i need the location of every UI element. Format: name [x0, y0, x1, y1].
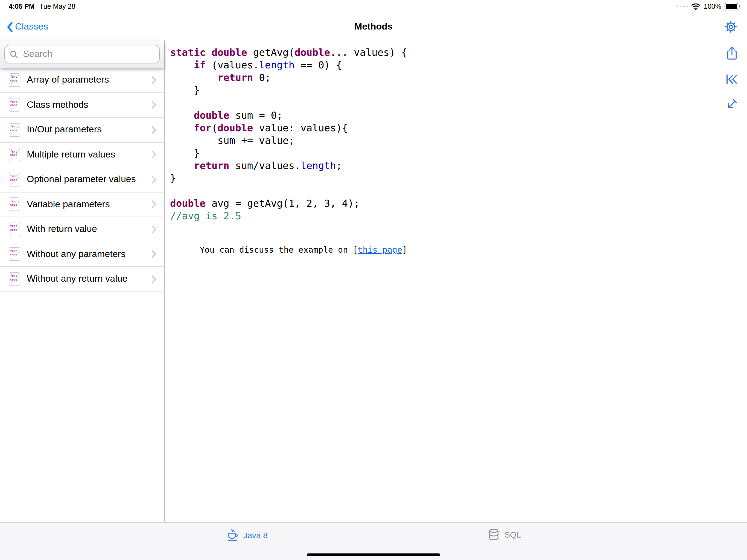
- func-code-icon-line: ): [10, 256, 19, 260]
- func-code-icon-line: func(: [10, 75, 19, 79]
- back-button[interactable]: Classes: [6, 21, 48, 32]
- code-token: ;: [336, 160, 342, 171]
- search-input[interactable]: [22, 48, 154, 60]
- code-line: return 0;: [170, 71, 739, 84]
- status-left: 4:05 PM Tue May 28: [9, 3, 75, 10]
- collapse-left-icon: [725, 73, 738, 86]
- java-cup-icon: [225, 528, 239, 542]
- func-code-icon-line: ): [10, 82, 19, 85]
- list-item[interactable]: func(code) In/Out parameters: [0, 118, 164, 143]
- func-code-icon-line: func(: [10, 225, 19, 228]
- list-item[interactable]: func(code) Multiple return values: [0, 143, 164, 167]
- code-token: [206, 47, 212, 58]
- code-token: length: [259, 59, 294, 71]
- func-code-icon-line: code: [10, 203, 19, 206]
- code-token: return: [217, 72, 253, 83]
- func-code-icon-line: code: [10, 278, 19, 281]
- code-token: [170, 109, 194, 121]
- code-token: sum += value;: [170, 134, 294, 146]
- func-code-icon: func(code): [9, 173, 20, 186]
- app-screen: 4:05 PM Tue May 28 100% Classes Methods: [0, 0, 747, 560]
- search-strip: [0, 41, 164, 68]
- func-code-icon: func(code): [9, 148, 20, 161]
- code-token: }: [170, 84, 200, 96]
- code-token: [170, 59, 194, 71]
- sidebar-item-label: With return value: [27, 224, 97, 235]
- func-code-icon-line: func(: [10, 175, 19, 178]
- tab-java8[interactable]: Java 8: [225, 528, 267, 542]
- func-code-icon-line: func(: [10, 150, 19, 153]
- chevron-right-icon: [152, 101, 156, 109]
- code-line: static double getAvg(double... values) {: [170, 46, 739, 58]
- func-code-icon-line: code: [10, 128, 19, 132]
- func-code-icon-line: func(: [10, 200, 19, 203]
- settings-button[interactable]: [724, 20, 738, 34]
- list-item[interactable]: func(code) With return value: [0, 217, 164, 242]
- code-token: }: [170, 147, 200, 159]
- code-line: for(double value: values){: [170, 121, 739, 134]
- list-item[interactable]: func(code) Array of parameters: [0, 68, 164, 93]
- func-code-icon-line: code: [10, 253, 19, 256]
- func-code-icon: func(code): [9, 73, 20, 87]
- list-item[interactable]: func(code) Without any parameters: [0, 242, 164, 267]
- code-line: return sum/values.length;: [170, 159, 739, 172]
- discussion-link[interactable]: this page: [358, 245, 402, 255]
- code-line: }: [170, 172, 739, 184]
- note-prefix: You can discuss the example on [: [200, 245, 358, 255]
- example-view: static double getAvg(double... values) {…: [164, 41, 747, 522]
- func-code-icon-line: ): [10, 182, 19, 185]
- page-title: Methods: [354, 21, 393, 32]
- list-item[interactable]: func(code) Optional parameter values: [0, 167, 164, 192]
- home-indicator[interactable]: [307, 553, 440, 556]
- func-code-icon-line: ): [10, 231, 19, 235]
- chevron-right-icon: [152, 200, 156, 209]
- func-code-icon-line: ): [10, 157, 19, 160]
- code-line: }: [170, 84, 739, 96]
- code-token: double: [194, 109, 229, 121]
- topic-list: func(code) Array of parameters func(code…: [0, 68, 164, 292]
- sidebar-item-label: In/Out parameters: [27, 124, 102, 135]
- code-token: [170, 122, 194, 133]
- chevron-right-icon: [152, 151, 156, 159]
- status-right: 100%: [676, 3, 738, 10]
- nav-bar: Classes Methods: [0, 13, 747, 41]
- func-code-icon: func(code): [9, 198, 20, 211]
- code-token: return: [194, 160, 229, 171]
- chevron-left-icon: [6, 22, 13, 32]
- sidebar: func(code) Array of parameters func(code…: [0, 41, 164, 522]
- code-token: }: [170, 172, 176, 184]
- tab-bar: Java 8 SQL: [0, 522, 747, 560]
- tab-sql[interactable]: SQL: [488, 528, 521, 541]
- code-line: if (values.length == 0) {: [170, 58, 739, 71]
- battery-percent-label: 100%: [704, 3, 721, 10]
- search-icon: [10, 50, 18, 58]
- sidebar-item-label: Multiple return values: [27, 149, 115, 160]
- chevron-right-icon: [152, 176, 156, 184]
- list-item[interactable]: func(code) Class methods: [0, 93, 164, 118]
- code-editor[interactable]: static double getAvg(double... values) {…: [164, 41, 747, 222]
- resize-button[interactable]: [725, 98, 738, 111]
- code-line: [170, 96, 739, 109]
- share-button[interactable]: [725, 46, 738, 61]
- code-token: double: [217, 122, 253, 133]
- code-token: if: [194, 59, 206, 71]
- chevron-right-icon: [152, 250, 156, 258]
- side-toolbar: [725, 46, 738, 111]
- func-code-icon: func(code): [9, 98, 20, 112]
- code-token: == 0) {: [294, 59, 342, 71]
- code-line: //avg is 2.5: [170, 209, 739, 222]
- list-item[interactable]: func(code) Variable parameters: [0, 192, 164, 217]
- func-code-icon: func(code): [9, 272, 20, 286]
- func-code-icon-line: ): [10, 281, 19, 285]
- func-code-icon-line: code: [10, 153, 19, 157]
- chevron-right-icon: [152, 126, 156, 134]
- func-code-icon: func(code): [9, 223, 20, 236]
- search-field[interactable]: [4, 45, 160, 63]
- wifi-icon: [691, 3, 700, 10]
- list-item[interactable]: func(code) Without any return value: [0, 267, 164, 292]
- func-code-icon-line: func(: [10, 274, 19, 278]
- code-token: //avg is 2.5: [170, 210, 241, 222]
- sidebar-item-label: Without any return value: [27, 274, 128, 285]
- collapse-left-button[interactable]: [725, 73, 738, 86]
- code-token: sum = 0;: [229, 109, 283, 121]
